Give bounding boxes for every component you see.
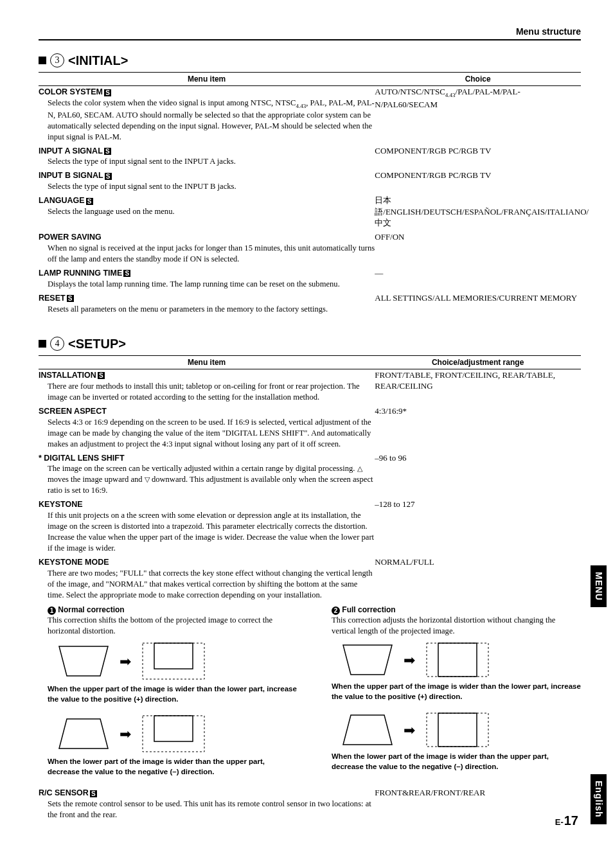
- full-upper-diagram: ➡: [342, 642, 581, 678]
- menu-item-row: INPUT A SIGNALSSelects the type of input…: [39, 145, 581, 168]
- menu-item-desc: There are four methods to install this u…: [48, 381, 375, 403]
- normal-lower-diagram: ➡: [58, 714, 297, 753]
- full-upper-caption: When the upper part of the image is wide…: [332, 682, 581, 702]
- section-4-label: <SETUP>: [68, 335, 126, 353]
- menu-item-name: COLOR SYSTEM: [39, 87, 103, 96]
- side-tabs: MENU English: [591, 565, 607, 824]
- menu-item-name: LAMP RUNNING TIME: [39, 269, 122, 278]
- menu-item-desc: Selects the language used on the menu.: [48, 206, 375, 217]
- svg-rect-5: [154, 716, 193, 741]
- menu-item-desc: There are two modes; "FULL" that correct…: [48, 568, 375, 601]
- menu-item-desc: When no signal is received at the input …: [48, 243, 375, 265]
- normal-upper-diagram: ➡: [58, 642, 297, 680]
- arrow-right-icon: ➡: [120, 652, 131, 671]
- section-3-col-headers: Menu item Choice: [39, 72, 581, 86]
- menu-item-name: INPUT A SIGNAL: [39, 146, 103, 155]
- menu-item-choice: NORMAL/FULL: [375, 556, 581, 601]
- menu-item-name: SCREEN ASPECT: [39, 407, 107, 416]
- section-3-label: <INITIAL>: [68, 52, 128, 69]
- result-full-upper-icon: [425, 642, 490, 678]
- circled-number-3: 3: [50, 53, 64, 67]
- svg-marker-3: [59, 719, 108, 748]
- full-lower-caption: When the lower part of the image is wide…: [332, 752, 581, 772]
- s-badge-icon: S: [86, 198, 93, 205]
- menu-item-name: * DIGITAL LENS SHIFT: [39, 454, 125, 463]
- full-lower-diagram: ➡: [342, 712, 581, 748]
- normal-correction-title: Normal correction: [58, 605, 124, 614]
- menu-item-choice: OFF/ON: [375, 231, 581, 265]
- menu-item-name: POWER SAVING: [39, 233, 102, 242]
- menu-item-row: LANGUAGESSelects the language used on th…: [39, 195, 581, 229]
- menu-item-row: COLOR SYSTEMSSelects the color system wh…: [39, 86, 581, 143]
- menu-item-name: INPUT B SIGNAL: [39, 171, 103, 180]
- menu-item-desc: Selects the type of input signal sent to…: [48, 156, 375, 167]
- page-prefix: E-: [555, 817, 564, 827]
- full-correction-col: 2 Full correction This correction adjust…: [323, 605, 581, 787]
- normal-lower-caption: When the lower part of the image is wide…: [48, 757, 297, 777]
- result-full-lower-icon: [425, 712, 490, 748]
- menu-item-desc: The image on the screen can be verticall…: [48, 463, 375, 496]
- s-badge-icon: S: [98, 372, 105, 379]
- menu-item-row: INPUT B SIGNALSSelects the type of input…: [39, 170, 581, 192]
- menu-item-name: KEYSTONE MODE: [39, 558, 109, 567]
- col-header-choice-range: Choice/adjustment range: [375, 357, 581, 368]
- menu-item-row: * DIGITAL LENS SHIFTThe image on the scr…: [39, 452, 581, 497]
- side-tab-menu: MENU: [591, 565, 607, 607]
- menu-item-choice: COMPONENT/RGB PC/RGB TV: [375, 145, 581, 168]
- menu-item-desc: Selects the color system when the video …: [48, 98, 375, 143]
- trapezoid-lower-wide-icon: [342, 714, 393, 746]
- trapezoid-lower-wide-icon: [58, 718, 109, 750]
- full-correction-title: Full correction: [342, 605, 395, 614]
- menu-item-desc: Selects the type of input signal sent to…: [48, 181, 375, 192]
- s-badge-icon: S: [104, 148, 111, 155]
- col-header-choice: Choice: [375, 74, 581, 84]
- col-header-menu-item: Menu item: [39, 357, 375, 368]
- arrow-right-icon: ➡: [404, 721, 415, 740]
- menu-item-name: LANGUAGE: [39, 196, 85, 205]
- svg-rect-10: [427, 713, 488, 747]
- s-badge-icon: S: [67, 295, 74, 302]
- menu-item-choice: –96 to 96: [375, 452, 581, 497]
- menu-item-choice: COMPONENT/RGB PC/RGB TV: [375, 170, 581, 192]
- page-header: Menu structure: [39, 26, 581, 40]
- trapezoid-upper-wide-icon: [58, 645, 109, 677]
- menu-item-choice: –128 to 127: [375, 499, 581, 554]
- rc-sensor-name: R/C SENSOR: [39, 788, 89, 797]
- normal-upper-caption: When the upper part of the image is wide…: [48, 684, 297, 704]
- result-normal-lower-icon: [141, 714, 206, 753]
- menu-item-row: POWER SAVINGWhen no signal is received a…: [39, 231, 581, 265]
- menu-item-choice: FRONT/TABLE, FRONT/CEILING, REAR/TABLE, …: [375, 369, 581, 403]
- result-normal-upper-icon: [141, 642, 206, 680]
- trapezoid-upper-wide-icon: [342, 644, 393, 676]
- rc-sensor-desc: Sets the remote control sensor to be use…: [48, 799, 375, 820]
- svg-rect-7: [427, 643, 488, 677]
- section-4-col-headers: Menu item Choice/adjustment range: [39, 355, 581, 369]
- arrow-right-icon: ➡: [404, 651, 415, 670]
- keystone-examples: 1 Normal correction This correction shif…: [39, 605, 581, 787]
- menu-item-row: KEYSTONEIf this unit projects on a the s…: [39, 499, 581, 554]
- page-num-value: 17: [564, 813, 578, 828]
- svg-rect-1: [143, 643, 204, 679]
- bullet-square-icon: [39, 340, 46, 348]
- menu-item-desc: Resets all parameters on the menu or par…: [48, 304, 375, 315]
- menu-item-desc: Selects 4:3 or 16:9 depending on the scr…: [48, 417, 375, 450]
- page-number: E-17: [555, 812, 578, 829]
- normal-correction-desc: This correction shifts the bottom of the…: [48, 615, 297, 637]
- svg-marker-9: [343, 715, 392, 745]
- menu-item-name: RESET: [39, 294, 66, 303]
- side-tab-english: English: [591, 774, 607, 824]
- menu-item-choice: ALL SETTINGS/ALL MEMORIES/CURRENT MEMORY: [375, 292, 581, 315]
- menu-item-desc: Displays the total lamp running time. Th…: [48, 279, 375, 290]
- bullet-square-icon: [39, 57, 46, 64]
- rc-sensor-row: R/C SENSORS Sets the remote control sens…: [39, 787, 581, 820]
- svg-rect-4: [143, 716, 204, 752]
- menu-item-choice: —: [375, 267, 581, 290]
- arrow-right-icon: ➡: [120, 725, 131, 744]
- s-badge-icon: S: [105, 173, 112, 180]
- menu-item-name: INSTALLATION: [39, 371, 96, 380]
- s-badge-icon: S: [90, 790, 97, 797]
- section-3-title: 3 <INITIAL>: [39, 52, 581, 69]
- menu-item-choice: 4:3/16:9*: [375, 405, 581, 450]
- svg-rect-8: [438, 643, 477, 677]
- svg-marker-0: [59, 646, 108, 676]
